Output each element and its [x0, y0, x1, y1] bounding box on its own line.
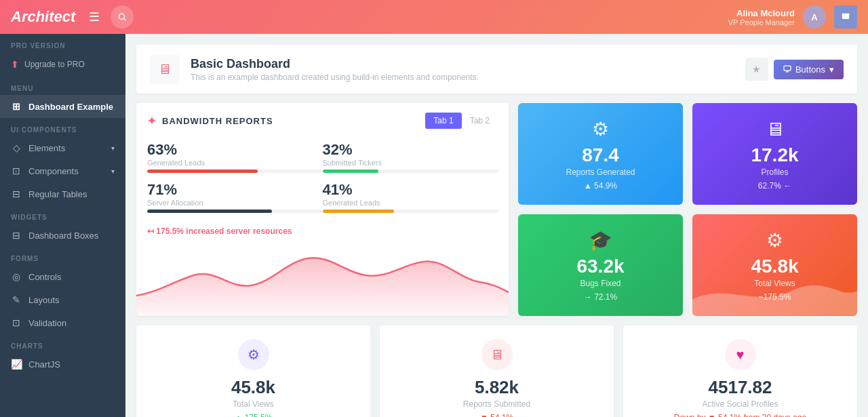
bottom-card-2: ♥ 4517.82 Active Social Profiles Down by…	[623, 325, 857, 417]
chart-icon: 📈	[11, 359, 22, 370]
layouts-icon: ✎	[11, 294, 22, 305]
stat-2: 32% Submitted Tickers	[323, 137, 498, 177]
tab-2[interactable]: Tab 2	[462, 113, 498, 129]
validation-icon: ⊡	[11, 317, 22, 328]
bottom-card-icon-0: ⚙	[238, 339, 269, 370]
card-value-2: 63.2k	[576, 256, 624, 277]
controls-icon: ◎	[11, 271, 22, 282]
sidebar-chartjs-label: ChartJS	[28, 359, 60, 370]
card-value-3: 45.8k	[751, 256, 798, 277]
stat-card-2: 🎓 63.2k Bugs Fixed → 72.1%	[518, 214, 683, 316]
nav-right: Alina McIourd VP People Manager A	[728, 5, 857, 28]
bottom-card-value-1: 5.82k	[391, 377, 603, 398]
bottom-card-change-2: Down by ▼ 54.1% from 30 days ago	[634, 413, 846, 417]
tab-1[interactable]: Tab 1	[425, 113, 461, 129]
user-info: Alina McIourd VP People Manager	[728, 8, 795, 26]
sidebar-item-dashboard-boxes[interactable]: ⊟ Dashboard Boxes	[0, 224, 125, 247]
dropdown-arrow: ▾	[829, 64, 834, 75]
card-icon-2: 🎓	[589, 229, 612, 252]
main-layout: PRO VERSION ⬆ Upgrade to PRO MENU ⊞ Dash…	[0, 34, 868, 417]
sidebar-section-widgets: WIDGETS	[0, 205, 125, 224]
bottom-card-value-2: 4517.82	[634, 377, 846, 398]
bandwidth-header: ✦ BANDWIDTH REPORTS Tab 1 Tab 2	[136, 103, 509, 137]
card-change-2: → 72.1%	[584, 292, 617, 302]
bottom-card-change-0: ▲ 175.5%	[147, 413, 359, 417]
card-value-1: 17.2k	[751, 144, 798, 166]
buttons-dropdown[interactable]: Buttons ▾	[774, 60, 844, 79]
sidebar-item-elements[interactable]: ◇ Elements ▾	[0, 136, 125, 159]
chevron-icon: ▾	[111, 144, 115, 152]
app-logo: Architect	[11, 8, 75, 26]
avatar: A	[803, 5, 826, 28]
stat-card-0: ⚙ 87.4 Reports Generated ▲ 54.9%	[518, 103, 683, 205]
card-icon-1: 🖥	[766, 118, 785, 140]
main-content: 🖥 Basic Dashboard This is an example das…	[125, 34, 868, 417]
page-icon: 🖥	[150, 54, 180, 84]
sidebar-controls-label: Controls	[28, 272, 61, 282]
card-icon-3: ⚙	[766, 229, 783, 252]
card-change-1: 62.7% ←	[758, 181, 791, 191]
sidebar-elements-label: Elements	[28, 143, 65, 153]
card-label-2: Bugs Fixed	[580, 279, 620, 288]
notification-button[interactable]	[834, 5, 857, 28]
stat-1: 63% Generated Leads	[147, 137, 323, 177]
sidebar-upgrade[interactable]: ⬆ Upgrade to PRO	[0, 52, 125, 77]
components-icon: ⊡	[11, 165, 22, 176]
sidebar-layouts-label: Layouts	[28, 295, 60, 305]
header-left: 🖥 Basic Dashboard This is an example das…	[150, 54, 479, 84]
sidebar-item-components[interactable]: ⊡ Components ▾	[0, 159, 125, 182]
bottom-card-label-0: Total Views	[147, 399, 359, 409]
bottom-card-label-1: Reports Submitted	[391, 399, 603, 409]
tables-icon: ⊟	[11, 188, 22, 199]
user-name: Alina McIourd	[728, 8, 795, 18]
sidebar-item-layouts[interactable]: ✎ Layouts	[0, 288, 125, 311]
user-role: VP People Manager	[728, 18, 795, 26]
sidebar-components-label: Components	[28, 166, 79, 176]
search-button[interactable]	[111, 5, 134, 28]
bottom-card-icon-2: ♥	[725, 339, 756, 370]
upgrade-label: Upgrade to PRO	[24, 60, 85, 69]
main-grid: ✦ BANDWIDTH REPORTS Tab 1 Tab 2 63% Gene…	[136, 103, 857, 316]
header-text: Basic Dashboard This is an example dashb…	[191, 57, 479, 82]
bottom-card-icon-1: 🖥	[481, 339, 513, 370]
top-navbar: Architect ☰ Alina McIourd VP People Mana…	[0, 0, 868, 34]
dashboard-icon: ⊞	[11, 101, 22, 112]
upgrade-icon: ⬆	[11, 59, 19, 70]
sidebar-item-dashboard[interactable]: ⊞ Dashboard Example	[0, 95, 125, 118]
header-right: ★ Buttons ▾	[745, 58, 844, 81]
page-header: 🖥 Basic Dashboard This is an example das…	[136, 45, 857, 94]
sidebar-item-chartjs[interactable]: 📈 ChartJS	[0, 353, 125, 376]
page-subtitle: This is an example dashboard created usi…	[191, 73, 479, 82]
bottom-card-label-2: Active Social Profiles	[634, 399, 846, 409]
chevron-icon2: ▾	[111, 167, 115, 175]
bandwidth-card: ✦ BANDWIDTH REPORTS Tab 1 Tab 2 63% Gene…	[136, 103, 509, 316]
bandwidth-title: ✦ BANDWIDTH REPORTS	[147, 115, 273, 127]
sidebar-dashboard-label: Dashboard Example	[28, 102, 113, 112]
sidebar-validation-label: Validation	[28, 318, 66, 328]
server-note: ↤ 175.5% increased server resources	[136, 224, 509, 241]
bottom-card-change-1: ▼ 54.1%	[391, 413, 603, 417]
sidebar: PRO VERSION ⬆ Upgrade to PRO MENU ⊞ Dash…	[0, 34, 125, 417]
card-label-0: Reports Generated	[566, 167, 635, 177]
sidebar-item-validation[interactable]: ⊡ Validation	[0, 311, 125, 334]
bottom-card-value-0: 45.8k	[147, 377, 359, 398]
bottom-card-0: ⚙ 45.8k Total Views ▲ 175.5%	[136, 325, 370, 417]
star-button[interactable]: ★	[745, 58, 768, 81]
card-value-0: 87.4	[582, 144, 619, 166]
stat-4: 41% Generated Leads	[323, 177, 498, 217]
svg-point-0	[119, 14, 125, 19]
stat-card-3: ⚙ 45.8k Total Views ~175.5%	[692, 214, 857, 316]
sidebar-section-menu: MENU	[0, 77, 125, 95]
stat-card-1: 🖥 17.2k Profiles 62.7% ←	[692, 103, 857, 205]
sidebar-tables-label: Regular Tables	[28, 189, 87, 199]
tab-group: Tab 1 Tab 2	[425, 113, 498, 129]
stat-cards-grid: ⚙ 87.4 Reports Generated ▲ 54.9% 🖥 17.2k…	[518, 103, 857, 316]
bandwidth-panel: ✦ BANDWIDTH REPORTS Tab 1 Tab 2 63% Gene…	[136, 103, 509, 316]
sidebar-item-controls[interactable]: ◎ Controls	[0, 265, 125, 288]
sidebar-item-tables[interactable]: ⊟ Regular Tables	[0, 182, 125, 205]
page-title: Basic Dashboard	[191, 57, 479, 71]
hamburger-icon[interactable]: ☰	[89, 9, 100, 24]
boxes-icon: ⊟	[11, 230, 22, 241]
sidebar-section-pro: PRO VERSION	[0, 34, 125, 52]
svg-rect-3	[784, 66, 791, 71]
